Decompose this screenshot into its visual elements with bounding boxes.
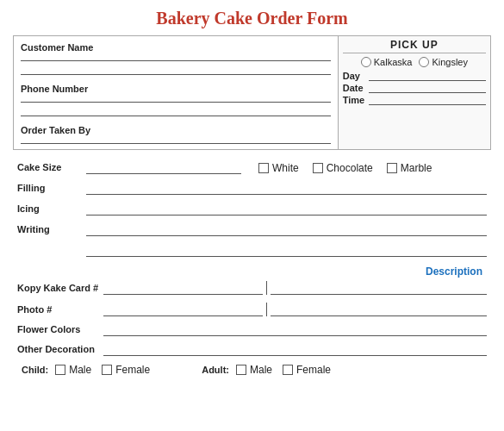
filling-input[interactable] [86,183,487,195]
adult-label: Adult: [202,365,229,375]
icing-row: Icing [17,203,487,216]
child-options: Male Female [55,364,150,376]
order-taken-by-label: Order Taken By [18,122,333,137]
child-label: Child: [22,365,48,375]
kopy-kake-label: Kopy Kake Card # [17,283,103,295]
chocolate-checkbox[interactable] [313,163,323,173]
photo-input-right[interactable] [271,304,487,316]
location-radio-group: Kalkaska Kingsley [343,57,486,67]
child-male-label: Male [69,364,91,376]
child-male-option[interactable]: Male [55,364,91,376]
kopy-kake-row: Kopy Kake Card # [17,281,487,295]
kingsley-label: Kingsley [432,57,468,67]
adult-female-option[interactable]: Female [283,364,331,376]
icing-input[interactable] [86,203,487,216]
child-female-checkbox[interactable] [102,365,112,375]
time-label: Time [343,95,369,105]
chocolate-option[interactable]: Chocolate [313,162,373,174]
adult-options: Male Female [236,364,331,376]
marble-checkbox[interactable] [387,163,397,173]
other-decoration-input[interactable] [103,344,487,356]
child-male-checkbox[interactable] [55,365,65,375]
kalkaska-radio[interactable] [361,57,371,67]
adult-male-checkbox[interactable] [236,365,246,375]
marble-label: Marble [401,162,432,174]
marble-option[interactable]: Marble [387,162,432,174]
icing-label: Icing [17,203,86,216]
photo-label: Photo # [17,304,103,316]
white-checkbox[interactable] [258,163,269,173]
photo-row: Photo # [17,303,487,316]
flower-colors-label: Flower Colors [17,324,103,336]
day-label: Day [343,71,369,81]
filling-row: Filling [17,183,487,195]
kingsley-option[interactable]: Kingsley [419,57,468,67]
pickup-header: PICK UP [343,39,486,53]
white-option[interactable]: White [258,162,299,174]
flower-colors-row: Flower Colors [17,324,487,336]
page-title: Bakery Cake Order Form [13,9,491,28]
adult-male-label: Male [250,364,272,376]
adult-female-checkbox[interactable] [283,365,293,375]
other-decoration-label: Other Decoration [17,344,103,356]
photo-divider [266,303,267,316]
child-female-label: Female [115,364,150,376]
cake-size-input[interactable] [86,162,241,174]
kopy-kake-divider [266,281,267,295]
filling-label: Filling [17,183,86,195]
cake-type-checkboxes: White Chocolate Marble [258,162,432,174]
flower-colors-input[interactable] [103,324,487,336]
description-section: Description Kopy Kake Card # Photo # Flo… [17,265,487,356]
other-decoration-row: Other Decoration [17,344,487,356]
cake-size-label: Cake Size [17,162,86,174]
kalkaska-option[interactable]: Kalkaska [361,57,413,67]
top-info-table: Customer Name Phone Number Order Taken B… [13,35,491,150]
writing-label: Writing [17,224,86,236]
extra-line-row [17,245,487,257]
child-female-option[interactable]: Female [102,364,150,376]
kingsley-radio[interactable] [419,57,429,67]
writing-input[interactable] [86,224,487,236]
adult-female-label: Female [296,364,331,376]
kalkaska-label: Kalkaska [374,57,413,67]
description-header: Description [17,265,487,278]
kopy-kake-input-right[interactable] [271,283,487,295]
customer-name-label: Customer Name [18,39,333,54]
date-label: Date [343,83,369,93]
extra-line-input[interactable] [86,245,487,257]
cake-size-row: Cake Size White Chocolate Marble [17,162,487,174]
writing-row: Writing [17,224,487,236]
white-label: White [272,162,299,174]
adult-male-option[interactable]: Male [236,364,272,376]
child-adult-row: Child: Male Female Adult: Male Female [17,364,487,376]
phone-number-label: Phone Number [18,80,333,96]
kopy-kake-input-left[interactable] [103,283,263,295]
cake-form: Cake Size White Chocolate Marble Filling… [13,162,491,376]
chocolate-label: Chocolate [327,162,373,174]
photo-input-left[interactable] [103,304,263,316]
datetime-fields: Day Date Time [343,71,486,105]
